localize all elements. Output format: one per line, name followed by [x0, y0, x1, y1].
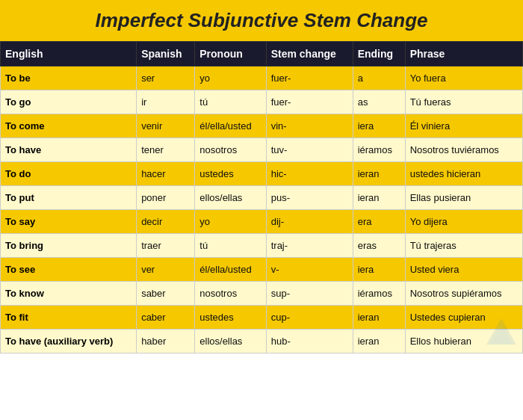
table-row: To goirtúfuer-asTú fueras — [1, 90, 523, 114]
cell-pronoun: ellos/ellas — [195, 330, 266, 353]
cell-pronoun: nosotros — [195, 138, 266, 162]
title-bar: Imperfect Subjunctive Stem Change — [0, 0, 523, 41]
cell-ending: ieran — [353, 186, 405, 210]
cell-phrase: Yo dijera — [405, 210, 522, 234]
cell-pronoun: él/ella/usted — [195, 258, 266, 282]
cell-ending: era — [353, 210, 405, 234]
cell-phrase: Yo fuera — [405, 67, 522, 90]
cell-pronoun: ellos/ellas — [195, 186, 266, 210]
cell-ending: iéramos — [353, 138, 405, 162]
cell-spanish: ser — [137, 67, 195, 90]
cell-english: To go — [1, 90, 137, 114]
cell-ending: as — [353, 90, 405, 114]
cell-spanish: caber — [137, 306, 195, 330]
table-row: To knowsabernosotrossup-iéramosNosotros … — [1, 282, 523, 306]
cell-spanish: traer — [137, 234, 195, 258]
table-row: To bringtraertútraj-erasTú trajeras — [1, 234, 523, 258]
cell-english: To have — [1, 138, 137, 162]
table-row: To dohacerustedeshic-ieranustedes hicier… — [1, 162, 523, 186]
cell-stem: pus- — [266, 186, 353, 210]
cell-spanish: haber — [137, 330, 195, 353]
cell-phrase: Tú fueras — [405, 90, 522, 114]
cell-pronoun: tú — [195, 90, 266, 114]
cell-english: To put — [1, 186, 137, 210]
cell-english: To do — [1, 162, 137, 186]
cell-english: To know — [1, 282, 137, 306]
cell-ending: iéramos — [353, 282, 405, 306]
cell-english: To fit — [1, 306, 137, 330]
cell-spanish: hacer — [137, 162, 195, 186]
col-header-spanish: Spanish — [137, 42, 195, 67]
cell-spanish: ver — [137, 258, 195, 282]
header-row: English Spanish Pronoun Stem change Endi… — [1, 42, 523, 67]
cell-phrase: ustedes hicieran — [405, 162, 522, 186]
table-row: To beseryofuer-aYo fuera — [1, 67, 523, 90]
cell-ending: iera — [353, 258, 405, 282]
cell-stem: fuer- — [266, 90, 353, 114]
cell-pronoun: ustedes — [195, 162, 266, 186]
cell-stem: traj- — [266, 234, 353, 258]
cell-ending: ieran — [353, 306, 405, 330]
cell-ending: ieran — [353, 330, 405, 353]
cell-ending: ieran — [353, 162, 405, 186]
cell-english: To come — [1, 114, 137, 138]
cell-english: To see — [1, 258, 137, 282]
cell-stem: hic- — [266, 162, 353, 186]
cell-english: To bring — [1, 234, 137, 258]
cell-pronoun: él/ella/usted — [195, 114, 266, 138]
col-header-ending: Ending — [353, 42, 405, 67]
col-header-phrase: Phrase — [405, 42, 522, 67]
col-header-english: English — [1, 42, 137, 67]
col-header-pronoun: Pronoun — [195, 42, 266, 67]
cell-stem: tuv- — [266, 138, 353, 162]
cell-ending: a — [353, 67, 405, 90]
cell-english: To say — [1, 210, 137, 234]
main-table: English Spanish Pronoun Stem change Endi… — [0, 41, 523, 353]
table-row: To seeverél/ella/ustedv-ieraUsted viera — [1, 258, 523, 282]
cell-stem: cup- — [266, 306, 353, 330]
cell-spanish: ir — [137, 90, 195, 114]
cell-english: To be — [1, 67, 137, 90]
cell-spanish: poner — [137, 186, 195, 210]
cell-ending: iera — [353, 114, 405, 138]
cell-pronoun: yo — [195, 67, 266, 90]
cell-phrase: Nosotros tuviéramos — [405, 138, 522, 162]
cell-stem: hub- — [266, 330, 353, 353]
cell-phrase: Nosotros supiéramos — [405, 282, 522, 306]
cell-spanish: decir — [137, 210, 195, 234]
page-container: Imperfect Subjunctive Stem Change Englis… — [0, 0, 523, 353]
table-row: To havetenernosotrostuv-iéramosNosotros … — [1, 138, 523, 162]
table-row: To fitcaberustedescup-ieranUstedes cupie… — [1, 306, 523, 330]
cell-pronoun: ustedes — [195, 306, 266, 330]
cell-spanish: tener — [137, 138, 195, 162]
cell-phrase: Usted viera — [405, 258, 522, 282]
cell-spanish: venir — [137, 114, 195, 138]
cell-english: To have (auxiliary verb) — [1, 330, 137, 353]
table-row: To comevenirél/ella/ustedvin-ieraÉl vini… — [1, 114, 523, 138]
cell-stem: dij- — [266, 210, 353, 234]
cell-pronoun: nosotros — [195, 282, 266, 306]
cell-stem: v- — [266, 258, 353, 282]
cell-phrase: Él viniera — [405, 114, 522, 138]
col-header-stem: Stem change — [266, 42, 353, 67]
table-row: To have (auxiliary verb)haberellos/ellas… — [1, 330, 523, 353]
cell-ending: eras — [353, 234, 405, 258]
cell-stem: sup- — [266, 282, 353, 306]
cell-pronoun: yo — [195, 210, 266, 234]
table-row: To putponerellos/ellaspus-ieranEllas pus… — [1, 186, 523, 210]
cell-stem: fuer- — [266, 67, 353, 90]
cell-stem: vin- — [266, 114, 353, 138]
table-row: To saydeciryodij-eraYo dijera — [1, 210, 523, 234]
cell-phrase: Ellas pusieran — [405, 186, 522, 210]
cell-spanish: saber — [137, 282, 195, 306]
cell-phrase: Tú trajeras — [405, 234, 522, 258]
table-wrapper: English Spanish Pronoun Stem change Endi… — [0, 41, 523, 353]
cell-pronoun: tú — [195, 234, 266, 258]
watermark-icon — [483, 315, 520, 352]
page-title: Imperfect Subjunctive Stem Change — [7, 9, 516, 32]
